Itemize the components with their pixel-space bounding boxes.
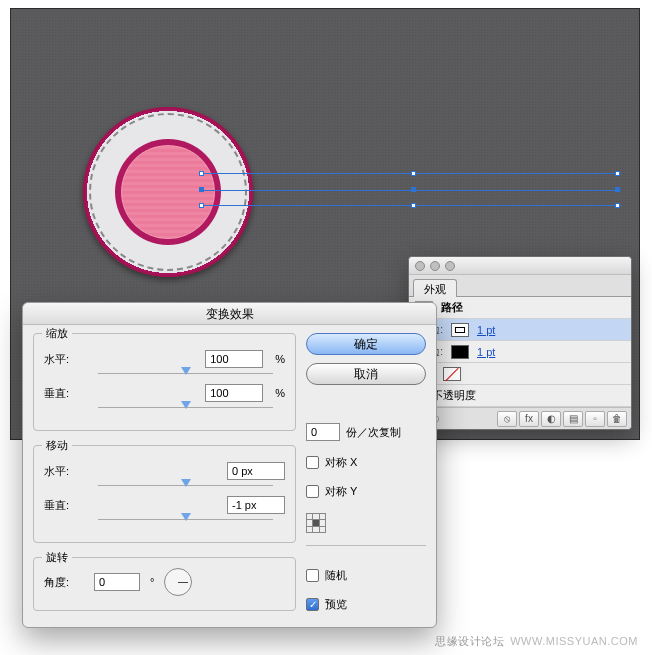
stroke-swatch[interactable] (451, 345, 469, 359)
scale-h-input[interactable] (205, 350, 263, 368)
duplicate-icon[interactable]: ▤ (563, 411, 583, 427)
panel-tabs: 外观 (409, 275, 631, 297)
tab-appearance[interactable]: 外观 (413, 279, 457, 297)
appearance-opacity-row[interactable]: 认不透明度 (409, 385, 631, 407)
appearance-fill-row[interactable]: 真充: (409, 363, 631, 385)
anchor-point[interactable] (411, 203, 416, 208)
anchor-point[interactable] (615, 187, 620, 192)
anchor-point[interactable] (199, 187, 204, 192)
no-icon[interactable]: ⦸ (497, 411, 517, 427)
anchor-point[interactable] (199, 203, 204, 208)
scale-unit: % (275, 353, 285, 365)
move-h-input[interactable] (227, 462, 285, 480)
path-label: 路径 (441, 300, 463, 315)
badge-artwork[interactable] (83, 107, 253, 277)
panel-titlebar[interactable] (409, 257, 631, 275)
separator (306, 545, 426, 546)
reflect-y-label: 对称 Y (325, 484, 357, 499)
group-scale: 缩放 水平: % 垂直: % (33, 333, 296, 431)
badge-core (121, 145, 215, 239)
scale-v-label: 垂直: (44, 386, 84, 401)
zoom-icon[interactable] (445, 261, 455, 271)
scale-unit: % (275, 387, 285, 399)
close-icon[interactable] (415, 261, 425, 271)
minimize-icon[interactable] (430, 261, 440, 271)
fill-swatch-none[interactable] (443, 367, 461, 381)
trash-icon[interactable]: 🗑 (607, 411, 627, 427)
scale-h-label: 水平: (44, 352, 84, 367)
reflect-x-checkbox[interactable] (306, 456, 319, 469)
panel-footer: ⦸ fx ◐ ▤ ▫ 🗑 (409, 407, 631, 429)
cancel-button[interactable]: 取消 (306, 363, 426, 385)
anchor-point[interactable] (615, 171, 620, 176)
anchor-point[interactable] (199, 171, 204, 176)
appearance-path-row[interactable]: 路径 (409, 297, 631, 319)
anchor-point[interactable] (411, 187, 416, 192)
copies-label: 份／次复制 (346, 425, 401, 440)
degree-icon: ° (150, 576, 154, 588)
angle-dial[interactable] (164, 568, 192, 596)
appearance-body: 路径 描边: 1 pt 描边: 1 pt 真充: 认不透明度 (409, 297, 631, 407)
random-label: 随机 (325, 568, 347, 583)
stroke-value[interactable]: 1 pt (477, 346, 495, 358)
dialog-title[interactable]: 变换效果 (23, 303, 436, 325)
appearance-panel[interactable]: 外观 路径 描边: 1 pt 描边: 1 pt 真充: 认不透明度 ⦸ fx ◐ (408, 256, 632, 430)
scale-v-slider[interactable] (98, 404, 273, 412)
anchor-point[interactable] (411, 171, 416, 176)
move-h-label: 水平: (44, 464, 84, 479)
reflect-x-label: 对称 X (325, 455, 357, 470)
visibility-icon[interactable]: ◐ (541, 411, 561, 427)
move-h-slider[interactable] (98, 482, 273, 490)
anchor-point[interactable] (615, 203, 620, 208)
copies-input[interactable] (306, 423, 340, 441)
preview-checkbox[interactable]: ✓ (306, 598, 319, 611)
reflect-y-checkbox[interactable] (306, 485, 319, 498)
move-v-slider[interactable] (98, 516, 273, 524)
group-rotate: 旋转 角度: ° (33, 557, 296, 611)
scale-v-input[interactable] (205, 384, 263, 402)
appearance-stroke-row[interactable]: 描边: 1 pt (409, 341, 631, 363)
angle-input[interactable] (94, 573, 140, 591)
group-title: 缩放 (42, 326, 72, 341)
group-title: 旋转 (42, 550, 72, 565)
group-title: 移动 (42, 438, 72, 453)
stroke-value[interactable]: 1 pt (477, 324, 495, 336)
scale-h-slider[interactable] (98, 370, 273, 378)
ok-button[interactable]: 确定 (306, 333, 426, 355)
move-v-label: 垂直: (44, 498, 84, 513)
angle-label: 角度: (44, 575, 84, 590)
preview-label: 预览 (325, 597, 347, 612)
stroke-swatch[interactable] (451, 323, 469, 337)
transform-effect-dialog[interactable]: 变换效果 缩放 水平: % 垂直: % (22, 302, 437, 628)
appearance-stroke-row[interactable]: 描边: 1 pt (409, 319, 631, 341)
new-icon[interactable]: ▫ (585, 411, 605, 427)
reference-point-icon[interactable] (306, 513, 326, 533)
fx-icon[interactable]: fx (519, 411, 539, 427)
group-move: 移动 水平: 垂直: (33, 445, 296, 543)
move-v-input[interactable] (227, 496, 285, 514)
watermark: 思缘设计论坛WWW.MISSYUAN.COM (435, 634, 638, 649)
random-checkbox[interactable] (306, 569, 319, 582)
